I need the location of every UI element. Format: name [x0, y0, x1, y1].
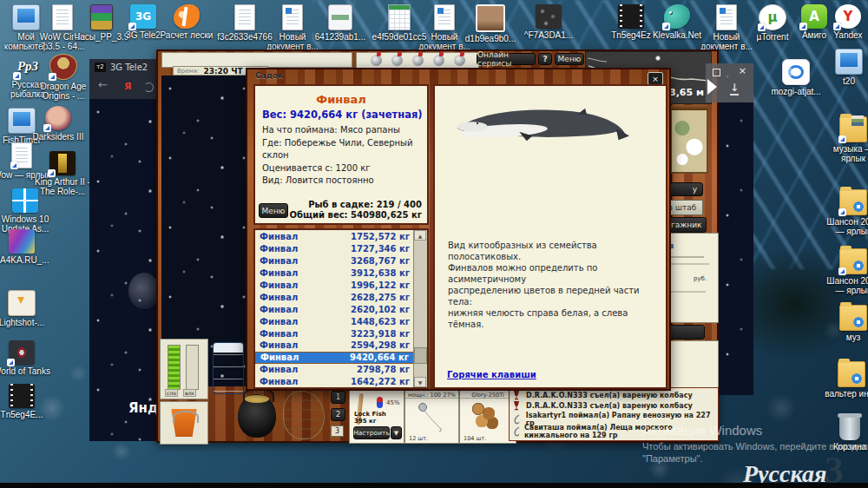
download-icon[interactable]: ↓: [730, 82, 739, 96]
desktop-icon-yandex[interactable]: YYandex: [819, 4, 868, 40]
time-label: Время:: [177, 68, 199, 75]
online-services-button[interactable]: Онлайн сервисы: [477, 53, 536, 65]
desktop-icon-dragon-age[interactable]: Dragon Age Origins - ...: [35, 54, 92, 101]
scrollbar-thumb[interactable]: [414, 347, 427, 364]
shortcut-arrow-icon: [838, 208, 846, 216]
bells-panel: [356, 52, 479, 69]
lure-power: мощн.: 100: [408, 392, 441, 397]
shortcut-arrow-icon: [799, 23, 807, 30]
fish-list-row[interactable]: Финвал3912,638 кг: [255, 267, 414, 280]
bell-icon: [433, 55, 444, 66]
yandex-nav-icon[interactable]: Я: [124, 81, 131, 92]
folder-icon: [839, 116, 867, 142]
desktop-icon-tn5eg4e[interactable]: Tn5eg4E...: [0, 384, 50, 419]
desktop-icon-raschet-leski[interactable]: Расчет лески: [158, 4, 215, 40]
sack-icon[interactable]: [283, 391, 325, 439]
browser-tab-title[interactable]: 3G Tele2: [110, 63, 148, 72]
taskbar-edge[interactable]: [0, 483, 868, 488]
desktop-icon-shanson-2018[interactable]: Шансон 2018 — ярлык: [825, 189, 868, 236]
rod-slot-active[interactable]: 45% Lock Fish 395 кг Настроить ▼: [349, 390, 404, 444]
desktop-icon-ka4ka[interactable]: KA4KA.RU_...: [0, 229, 50, 265]
divider: [669, 263, 709, 265]
map-widget[interactable]: [670, 108, 708, 174]
desktop-icon-wot[interactable]: World of Tanks: [0, 340, 50, 376]
fish-list-row-selected[interactable]: Финвал9420,664 кг: [255, 352, 414, 364]
bar1-label: сло: [165, 389, 178, 397]
desktop-screen: Русская 3 Мой компьютер WoW Circle 7.3.5…: [0, 0, 868, 488]
slot-2-button[interactable]: 2: [331, 408, 345, 421]
fish-list-row[interactable]: Финвал3223,918 кг: [255, 327, 414, 340]
help-button[interactable]: ?: [538, 53, 552, 65]
shortcut-arrow-icon: [43, 124, 51, 132]
word-document-icon: [434, 4, 455, 30]
cooking-pot[interactable]: [238, 394, 276, 438]
bell-icon: [412, 55, 424, 66]
shortcut-arrow-icon: [838, 267, 846, 275]
desktop-icon-lightshot[interactable]: Lightshot-...: [0, 290, 50, 327]
dialog-title: Садок: [255, 71, 283, 80]
photo-icon: [476, 4, 505, 32]
fish-list-row[interactable]: Финвал1727,346 кг: [255, 243, 414, 255]
fish-list-row[interactable]: Финвал2594,298 кг: [255, 340, 414, 352]
lure-slot[interactable]: мощн.: 10027% 12 шт.: [404, 390, 459, 444]
fish-list-row[interactable]: Финвал1996,122 кг: [255, 280, 414, 292]
utorrent-icon: µ: [759, 4, 786, 30]
slot-1-button[interactable]: 1: [331, 391, 345, 404]
fish-list-row[interactable]: Финвал3268,767 кг: [255, 255, 414, 267]
fish-list-row[interactable]: Финвал2628,275 кг: [255, 291, 414, 303]
overlay-close-icon[interactable]: ×: [739, 65, 746, 76]
fish-name: Финвал: [255, 93, 427, 106]
fish-details: На что поймана: Мясо рапаны Где: Побереж…: [262, 124, 427, 188]
fish-list-panel: Финвал1752,572 кг Финвал1727,346 кг Финв…: [253, 228, 429, 389]
desktop-icon-shanson-2017[interactable]: Шансон 2017 — ярлык: [825, 248, 868, 295]
fish-list-row[interactable]: Финвал1448,623 кг: [255, 315, 414, 327]
rod-dropdown-button[interactable]: ▼: [391, 426, 402, 439]
fish-list-row[interactable]: Финвал2620,102 кг: [255, 303, 414, 315]
fish-list-row[interactable]: Финвал2798,78 кг: [255, 364, 414, 376]
play-arrow-icon[interactable]: [707, 79, 717, 95]
shortcut-arrow-icon: [10, 162, 18, 169]
browser-edge-strip: [719, 63, 753, 395]
filmstrip-icon: [9, 384, 35, 408]
fish-list-row[interactable]: Финвал1642,272 кг: [255, 376, 414, 387]
wine-glass-icon: [512, 400, 521, 411]
game-menu-button[interactable]: Меню: [555, 53, 584, 65]
desktop-icon-darksiders[interactable]: Darksiders III: [30, 106, 87, 142]
folder-icon: [839, 189, 867, 215]
desktop-icon-641239[interactable]: 641239ab1...: [312, 4, 369, 42]
slot-3-button[interactable]: 3: [331, 425, 344, 437]
desktop-icon-t20[interactable]: t20: [820, 49, 868, 86]
green-stat-bar: [168, 345, 181, 390]
scroll-up-icon[interactable]: ▲: [414, 230, 426, 241]
dialog-menu-button[interactable]: Меню: [259, 203, 288, 218]
desktop-icon-win10-update[interactable]: Windows 10 Update As...: [0, 188, 54, 234]
cooler-lid: [214, 343, 243, 353]
dialog-close-button[interactable]: ×: [648, 72, 663, 85]
document-icon: [234, 4, 255, 30]
desktop-icon-mozgi[interactable]: mozgi-atjat...: [767, 59, 825, 96]
cooler-box[interactable]: [213, 342, 244, 394]
desktop-icon-valter[interactable]: вальтер инна: [823, 361, 868, 399]
maximize-icon[interactable]: [713, 69, 720, 76]
hotkeys-link[interactable]: Горячие клавиши: [447, 370, 536, 379]
desktop-icon-muz[interactable]: муз: [825, 305, 868, 342]
refresh-icon[interactable]: [144, 82, 154, 92]
fish-kind-line: Вид: Ловится постоянно: [262, 175, 427, 188]
window-icon: [835, 49, 863, 75]
bait-weight: 395 кг: [354, 418, 376, 425]
fish-list: Финвал1752,572 кг Финвал1727,346 кг Финв…: [255, 231, 414, 387]
bucket-handle: [173, 411, 199, 423]
avatar-icon: [45, 106, 71, 130]
back-icon[interactable]: ←: [98, 78, 108, 91]
bucket-panel[interactable]: [160, 401, 208, 445]
activation-watermark-line2: Чтобы активировать Windows, перейдите в …: [642, 441, 868, 452]
desktop-icon-muzyka[interactable]: музыка — ярлык: [825, 116, 868, 163]
spoon-lure-icon: [414, 402, 449, 432]
scroll-down-icon[interactable]: ▼: [414, 377, 426, 387]
desktop-icon-f7a3[interactable]: ^F7A3DA1...: [520, 4, 577, 40]
list-scrollbar[interactable]: ▲ ▼: [413, 230, 427, 387]
fish-list-row[interactable]: Финвал1752,572 кг: [255, 231, 414, 243]
shield-icon: [49, 54, 77, 80]
configure-button[interactable]: Настроить: [353, 426, 390, 439]
desktop-icon-d1b9[interactable]: d1b9ea9b0...: [462, 4, 519, 43]
